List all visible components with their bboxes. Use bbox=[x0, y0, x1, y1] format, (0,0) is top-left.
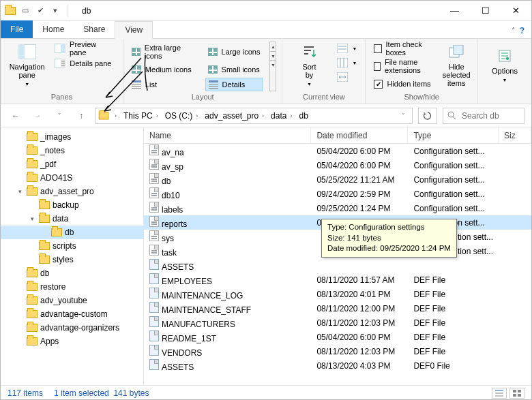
hidden-items-toggle[interactable]: ✔Hidden items bbox=[371, 77, 437, 91]
file-date: 08/11/2020 12:03 PM bbox=[311, 347, 408, 356]
file-row[interactable]: ASSETS bbox=[144, 258, 531, 273]
forward-button[interactable]: → bbox=[29, 108, 46, 124]
view-details-button[interactable] bbox=[492, 388, 507, 399]
view-thumbnails-button[interactable] bbox=[509, 388, 524, 399]
tree-item[interactable]: advantage-custom bbox=[1, 307, 143, 321]
navigation-pane-button[interactable]: Navigation pane ▼ bbox=[6, 42, 48, 89]
file-row[interactable]: README_1ST05/04/2020 6:00 PMDEF File bbox=[144, 330, 531, 344]
file-extensions-toggle[interactable]: File name extensions bbox=[371, 59, 437, 73]
search-input[interactable] bbox=[460, 110, 515, 121]
chevron-down-icon[interactable]: ▼ bbox=[270, 60, 276, 69]
file-date: 08/11/2020 12:03 PM bbox=[311, 318, 408, 328]
refresh-button[interactable] bbox=[418, 108, 437, 124]
sort-by-button[interactable]: Sort by ▼ bbox=[288, 42, 330, 89]
chevron-right-icon[interactable]: › bbox=[115, 112, 117, 119]
tab-share[interactable]: Share bbox=[74, 20, 115, 38]
hide-selected-button[interactable]: Hide selected items bbox=[441, 42, 473, 89]
column-header-date[interactable]: Date modified bbox=[311, 127, 408, 143]
breadcrumb[interactable]: › This PC› OS (C:)› adv_asset_pro› data›… bbox=[95, 108, 413, 124]
file-row[interactable]: ASSETS08/13/2020 4:03 PMDEF0 File bbox=[144, 358, 531, 373]
file-icon bbox=[149, 159, 159, 170]
file-row[interactable]: labels09/25/2020 1:24 PMConfiguration se… bbox=[144, 201, 531, 215]
chevron-up-icon[interactable]: ▲ bbox=[270, 42, 276, 51]
layout-spinner[interactable]: ▲ ▼ ▼ bbox=[269, 42, 276, 91]
layout-small-icons[interactable]: Small icons bbox=[205, 63, 263, 76]
layout-large-icons[interactable]: Large icons bbox=[205, 42, 263, 62]
extra-large-icons-icon bbox=[132, 48, 141, 56]
tree-item[interactable]: backup bbox=[1, 198, 143, 212]
expand-icon[interactable]: ▾ bbox=[16, 188, 24, 195]
file-row[interactable]: db1009/24/2020 2:59 PMConfiguration sett… bbox=[144, 187, 531, 201]
file-row[interactable]: MANUFACTURERS08/11/2020 12:03 PMDEF File bbox=[144, 316, 531, 330]
tree-item[interactable]: _notes bbox=[1, 144, 143, 157]
column-header-type[interactable]: Type bbox=[408, 127, 499, 143]
breadcrumb-item[interactable]: This PC› bbox=[121, 108, 161, 123]
tree-item[interactable]: advantage-organizers bbox=[1, 321, 143, 335]
chevron-down-icon[interactable]: ▼ bbox=[270, 51, 276, 60]
file-row[interactable]: VENDORS08/11/2020 12:03 PMDEF File bbox=[144, 344, 531, 358]
qat-dropdown-icon[interactable]: ▾ bbox=[50, 5, 61, 16]
preview-pane-button[interactable]: Preview pane bbox=[52, 42, 117, 55]
tree-item[interactable]: ADO41S bbox=[1, 171, 143, 185]
size-columns-button[interactable] bbox=[334, 70, 359, 84]
item-checkboxes-toggle[interactable]: Item check boxes bbox=[371, 42, 437, 55]
options-button[interactable]: Options ▼ bbox=[484, 42, 526, 89]
back-button[interactable]: ← bbox=[8, 108, 24, 124]
tree-item[interactable]: ▾data bbox=[1, 212, 143, 226]
file-row[interactable]: MAINTENANCE_STAFF08/11/2020 12:00 PMDEF … bbox=[144, 301, 531, 316]
layout-extra-large-icons[interactable]: Extra large icons bbox=[129, 42, 198, 62]
tree-item[interactable]: _images bbox=[1, 130, 143, 144]
tree-item[interactable]: scripts bbox=[1, 239, 143, 253]
tab-file[interactable]: File bbox=[1, 20, 33, 38]
tree-item[interactable]: db bbox=[1, 266, 143, 280]
breadcrumb-item[interactable]: adv_asset_pro› bbox=[202, 108, 267, 123]
maximize-button[interactable]: ☐ bbox=[470, 1, 501, 21]
recent-locations-button[interactable]: ˅ bbox=[51, 108, 68, 124]
tree-item[interactable]: styles bbox=[1, 253, 143, 266]
layout-list[interactable]: List bbox=[129, 78, 198, 91]
qat-properties-icon[interactable]: ▭ bbox=[20, 5, 31, 16]
tab-home[interactable]: Home bbox=[33, 20, 74, 38]
column-header-name[interactable]: Name bbox=[144, 127, 311, 143]
group-by-button[interactable]: ▼ bbox=[334, 42, 359, 55]
file-list[interactable]: Name Date modified Type Siz av_na05/04/2… bbox=[144, 127, 531, 385]
breadcrumb-dropdown-icon[interactable]: ˅ bbox=[398, 112, 409, 119]
folder-tree[interactable]: _images_notes_pdfADO41S▾adv_asset_probac… bbox=[1, 127, 144, 385]
file-row[interactable]: av_sp05/04/2020 6:00 PMConfiguration set… bbox=[144, 158, 531, 172]
qat-check-icon[interactable]: ✔ bbox=[35, 5, 46, 16]
tab-view[interactable]: View bbox=[115, 21, 153, 39]
layout-label: Large icons bbox=[222, 48, 261, 56]
layout-details[interactable]: Details bbox=[205, 78, 263, 91]
tree-item[interactable]: ▾adv_asset_pro bbox=[1, 185, 143, 198]
minimize-button[interactable]: — bbox=[439, 1, 470, 21]
tree-item[interactable]: _pdf bbox=[1, 157, 143, 171]
tree-item-label: scripts bbox=[53, 241, 76, 251]
help-icon[interactable]: ? bbox=[520, 26, 524, 35]
file-row[interactable]: av_na05/04/2020 6:00 PMConfiguration set… bbox=[144, 144, 531, 158]
close-button[interactable]: ✕ bbox=[501, 1, 531, 21]
up-button[interactable]: ↑ bbox=[73, 108, 89, 124]
tree-item[interactable]: adv_youtube bbox=[1, 294, 143, 307]
breadcrumb-item[interactable]: OS (C:)› bbox=[162, 108, 201, 123]
tree-item[interactable]: restore bbox=[1, 280, 143, 294]
layout-medium-icons[interactable]: Medium icons bbox=[129, 63, 198, 76]
file-name: MANUFACTURERS bbox=[162, 320, 235, 329]
details-pane-button[interactable]: Details pane bbox=[52, 57, 117, 70]
file-row[interactable]: MAINTENANCE_LOG08/13/2020 4:01 PMDEF Fil… bbox=[144, 287, 531, 301]
breadcrumb-item[interactable]: data› bbox=[268, 108, 295, 123]
file-date: 08/11/2020 12:00 PM bbox=[311, 304, 408, 313]
ribbon-collapse-icon[interactable]: ˄ bbox=[512, 27, 516, 35]
expand-icon[interactable]: ▾ bbox=[28, 215, 36, 222]
file-icon bbox=[149, 230, 159, 241]
add-columns-button[interactable]: ▼ bbox=[334, 56, 359, 70]
file-row[interactable]: EMPLOYEES08/11/2020 11:57 AMDEF File bbox=[144, 273, 531, 287]
file-list-header[interactable]: Name Date modified Type Siz bbox=[144, 127, 531, 144]
breadcrumb-item[interactable]: db bbox=[296, 108, 310, 123]
tree-item[interactable]: db bbox=[1, 226, 143, 239]
tree-item[interactable]: Apps bbox=[1, 335, 143, 348]
file-name: EMPLOYEES bbox=[162, 277, 212, 286]
file-row[interactable]: db05/25/2022 11:21 AMConfiguration sett.… bbox=[144, 172, 531, 187]
column-header-size[interactable]: Siz bbox=[499, 127, 531, 143]
search-box[interactable] bbox=[443, 108, 524, 124]
file-name: MAINTENANCE_LOG bbox=[162, 291, 243, 301]
